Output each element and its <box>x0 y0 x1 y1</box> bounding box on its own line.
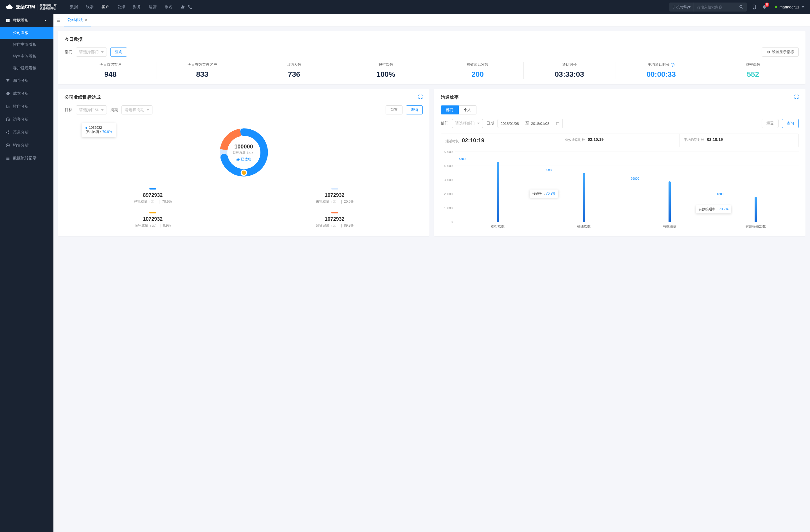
logo[interactable]: 云朵CRM 教育机构一站 式服务云平台 <box>6 4 56 11</box>
stat-item: 今日首咨客户948 <box>65 62 156 79</box>
close-tab-icon[interactable]: ✕ <box>85 18 87 22</box>
comm-query-button[interactable]: 查询 <box>782 119 799 128</box>
top-header: 云朵CRM 教育机构一站 式服务云平台 数据 线索 客户 公海 财务 运营 报名… <box>0 0 810 14</box>
comm-tab-dept[interactable]: 部门 <box>441 105 459 114</box>
info-icon[interactable]: ? <box>671 63 675 67</box>
bar-group: 35000接通次数接通率：70.9% <box>541 152 627 222</box>
username: manager11 <box>779 5 799 9</box>
cloud-logo-icon <box>6 4 14 10</box>
top-nav: 数据 线索 客户 公海 财务 运营 报名 <box>70 4 173 10</box>
sidebar-item-visitor[interactable]: 访客分析 <box>0 113 53 126</box>
mobile June example-device-icon[interactable] <box>752 4 757 10</box>
expand-icon[interactable]: ⛶ <box>794 95 799 100</box>
achieved-badge: 已达成 <box>233 157 255 162</box>
collapse-sidebar-button[interactable]: ☰ <box>57 18 61 22</box>
sidebar-item-promo-manager[interactable]: 推广主管看板 <box>0 39 53 51</box>
chevron-up-icon <box>43 18 48 23</box>
legend-item: 8972932已完成量（元） | 70.9% <box>65 188 241 204</box>
stat-item: 有效通话次数200 <box>432 62 524 79</box>
goal-target-select[interactable]: 请选择目标 <box>76 105 107 114</box>
goal-card: 公司业绩目标达成 ⛶ 目标 请选择目标 周期 请选择周期 重置 查询 <box>58 89 430 236</box>
date-from-input[interactable] <box>501 121 524 126</box>
donut-chart: 1072932 所占比例：70.9% 100000 目标总量（元） <box>65 120 423 185</box>
comm-reset-button[interactable]: 重置 <box>762 119 778 128</box>
stat-item: 成交单数552 <box>707 62 799 79</box>
svg-point-1 <box>7 145 9 146</box>
online-status-dot <box>775 6 777 8</box>
sidebar-item-company-board[interactable]: 公司看板 <box>0 27 53 39</box>
comm-date-range[interactable]: 至 <box>498 119 563 128</box>
main-area: ☰ 公司看板 ✕ 今日数据 部门 请选择部门 查询 <box>53 14 810 532</box>
search-type-select[interactable]: 手机号码 <box>669 2 694 12</box>
sidebar-group-dashboard[interactable]: 数据看板 <box>0 14 53 27</box>
logo-subtitle: 教育机构一站 式服务云平台 <box>37 4 56 11</box>
sidebar-item-promo[interactable]: 推广分析 <box>0 100 53 113</box>
settings-indicator-button[interactable]: 设置显示指标 <box>762 48 799 56</box>
search-button[interactable] <box>736 2 747 12</box>
today-data-card: 今日数据 部门 请选择部门 查询 设置显示指标 今日首咨客户948今日有效首咨客… <box>58 31 806 84</box>
sidebar-item-cost[interactable]: 成本分析 <box>0 87 53 100</box>
chevron-down-icon <box>688 6 691 8</box>
stat-item: 拨打次数100% <box>340 62 432 79</box>
nav-item-leads[interactable]: 线索 <box>86 4 94 10</box>
chevron-down-icon <box>477 122 480 124</box>
chevron-down-icon <box>801 6 804 8</box>
legend-item: 1072932未完成量（元） | 20.9% <box>247 188 423 204</box>
headset-icon <box>6 117 10 122</box>
chart-icon <box>6 104 10 109</box>
nav-item-customers[interactable]: 客户 <box>101 4 109 10</box>
chevron-down-icon <box>147 109 149 111</box>
goal-query-button[interactable]: 查询 <box>406 105 423 114</box>
nav-item-ops[interactable]: 运营 <box>149 4 157 10</box>
stat-item: 通话时长03:33:03 <box>524 62 615 79</box>
goal-period-select[interactable]: 请选择周期 <box>122 105 152 114</box>
tabs-bar: ☰ 公司看板 ✕ <box>53 14 810 27</box>
svg-point-5 <box>241 170 246 176</box>
today-dept-select[interactable]: 请选择部门 <box>76 48 107 56</box>
sidebar-item-funnel[interactable]: 漏斗分析 <box>0 74 53 87</box>
bar-group: 18000有效接通次数有效接通率：70.9% <box>713 152 799 222</box>
expand-icon[interactable]: ⛶ <box>418 95 423 100</box>
nav-item-enroll[interactable]: 报名 <box>164 4 173 10</box>
target-icon <box>6 143 10 148</box>
gear-icon <box>766 50 770 54</box>
share-icon <box>6 130 10 135</box>
sidebar-item-sales[interactable]: 销售分析 <box>0 139 53 152</box>
phone-icon[interactable] <box>188 4 193 10</box>
chevron-down-icon <box>101 51 104 53</box>
date-to-input[interactable] <box>531 121 554 126</box>
add-user-icon[interactable] <box>180 4 185 10</box>
search-icon <box>739 4 744 10</box>
dashboard-icon <box>6 18 10 23</box>
bar-chart: 01000020000300004000050000 43000拨打次数3500… <box>441 152 799 231</box>
nav-item-pool[interactable]: 公海 <box>117 4 125 10</box>
stat-item: 平均通话时长?00:00:33 <box>615 62 707 79</box>
notification-badge: 5 <box>765 2 769 7</box>
sidebar-item-flow-log[interactable]: 数据流转记录 <box>0 152 53 165</box>
sidebar: 数据看板 公司看板 推广主管看板 销售主管看板 客户经理看板 漏斗分析 成本分析… <box>0 14 53 532</box>
today-query-button[interactable]: 查询 <box>110 48 127 56</box>
sidebar-item-channel[interactable]: 渠道分析 <box>0 126 53 139</box>
goal-reset-button[interactable]: 重置 <box>386 105 403 114</box>
user-menu[interactable]: manager11 <box>775 5 804 9</box>
legend-item: 1072932超额完成（元） | 89.9% <box>247 212 423 228</box>
today-title: 今日数据 <box>65 36 799 43</box>
donut-tooltip: 1072932 所占比例：70.9% <box>82 123 116 137</box>
search-group: 手机号码 <box>669 2 747 12</box>
nav-item-data[interactable]: 数据 <box>70 4 78 10</box>
goal-title: 公司业绩目标达成 ⛶ <box>65 95 423 100</box>
legend-item: 1072932应完成量（元） | 8.9% <box>65 212 241 228</box>
notification-button[interactable]: 5 <box>762 4 767 10</box>
metric-item: 有效通话时长02:10:19 <box>560 134 680 147</box>
nav-item-finance[interactable]: 财务 <box>133 4 141 10</box>
tab-company-board[interactable]: 公司看板 ✕ <box>64 14 91 27</box>
sidebar-item-account-manager[interactable]: 客户经理看板 <box>0 63 53 74</box>
pie-icon <box>6 92 10 96</box>
funnel-icon <box>6 79 10 83</box>
comm-tab-person[interactable]: 个人 <box>459 105 476 114</box>
comm-dept-select[interactable]: 请选择部门 <box>452 119 483 128</box>
sidebar-item-sales-manager[interactable]: 销售主管看板 <box>0 51 53 63</box>
search-input[interactable] <box>694 2 736 12</box>
dept-label: 部门 <box>65 49 72 54</box>
metric-item: 平均通话时长02:10:19 <box>680 134 798 147</box>
